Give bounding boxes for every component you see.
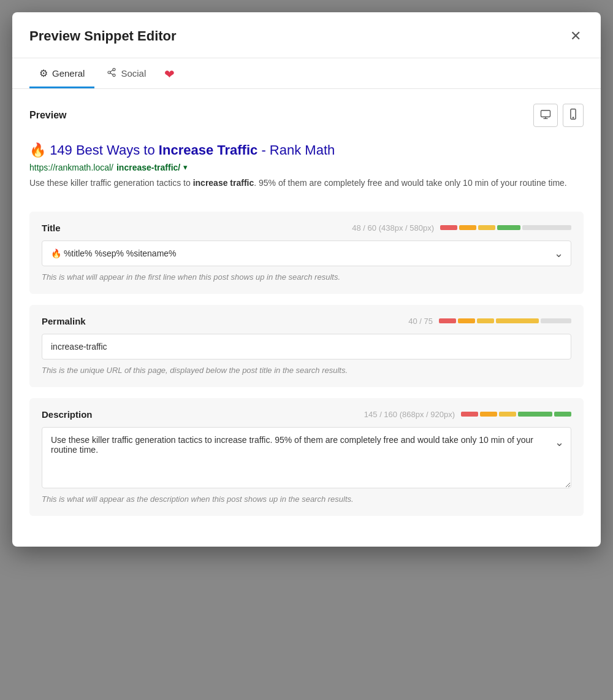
description-field-counter: 145 / 160 (868px / 920px) [364,410,455,419]
title-progress-seg3 [478,225,495,230]
title-field-meta: 48 / 60 (438px / 580px) [352,223,571,233]
tab-social-label: Social [121,68,146,79]
tab-general[interactable]: ⚙ General [29,59,94,88]
social-icon [107,67,116,80]
mobile-icon [569,111,577,121]
preview-url-bold: increase-traffic/ [116,163,180,172]
tab-general-label: General [52,68,85,79]
description-progress-seg2 [480,412,497,417]
desktop-icon [540,110,551,121]
preview-title-emoji: 🔥 [29,142,46,158]
desktop-view-button[interactable] [533,104,558,127]
title-input-wrapper: ⌄ [42,240,571,266]
title-progress-seg4 [497,225,520,230]
title-progress-seg1 [440,225,457,230]
description-textarea-wrapper: Use these killer traffic generation tact… [42,427,571,488]
preview-label: Preview [29,110,66,121]
heart-icon: ❤ [164,67,175,81]
description-field-label: Description [42,409,93,420]
permalink-field-meta: 40 / 75 [408,317,571,326]
permalink-input[interactable] [42,334,571,360]
permalink-progress-seg1 [439,318,456,323]
preview-url-arrow: ▾ [183,163,188,172]
description-progress-seg3 [499,412,516,417]
tab-social[interactable]: Social [97,59,156,89]
preview-url-base: https://rankmath.local/ [29,163,113,172]
mobile-view-button[interactable] [563,104,584,127]
description-field-meta: 145 / 160 (868px / 920px) [364,410,571,419]
description-progress-seg5 [554,412,571,417]
preview-box: 🔥 149 Best Ways to Increase Traffic - Ra… [29,137,584,194]
title-progress-bar [440,225,571,230]
modal-title: Preview Snippet Editor [29,28,177,44]
close-icon: ✕ [570,28,581,44]
title-field-hint: This is what will appear in the first li… [42,272,571,282]
permalink-progress-bar [439,318,571,323]
description-textarea[interactable]: Use these killer traffic generation tact… [42,427,571,488]
preview-url: https://rankmath.local/increase-traffic/… [29,163,584,172]
description-field-header: Description 145 / 160 (868px / 920px) [42,409,571,420]
title-progress-seg5 [522,225,571,230]
svg-line-4 [110,70,113,72]
title-field-counter: 48 / 60 (438px / 580px) [352,223,434,233]
modal-body: Preview [12,89,601,547]
preview-title: 🔥 149 Best Ways to Increase Traffic - Ra… [29,142,584,160]
preview-title-suffix: - Rank Math [261,142,335,158]
tab-bar: ⚙ General Social ❤ [12,58,601,89]
description-progress-bar [461,412,571,417]
description-progress-seg1 [461,412,478,417]
permalink-field-label: Permalink [42,316,86,326]
permalink-field-section: Permalink 40 / 75 This is the unique URL… [29,305,584,387]
preview-snippet-editor-modal: Preview Snippet Editor ✕ ⚙ General Socia… [12,12,601,547]
permalink-progress-seg5 [541,318,571,323]
title-field-header: Title 48 / 60 (438px / 580px) [42,223,571,233]
preview-description: Use these killer traffic generation tact… [29,176,584,190]
title-input[interactable] [42,241,571,266]
svg-point-9 [573,117,573,118]
preview-section: Preview [29,104,584,194]
permalink-field-header: Permalink 40 / 75 [42,316,571,326]
description-field-section: Description 145 / 160 (868px / 920px) Us… [29,398,584,516]
permalink-progress-seg3 [477,318,494,323]
title-progress-seg2 [459,225,476,230]
modal-header: Preview Snippet Editor ✕ [12,12,601,58]
preview-title-bold: Increase Traffic [159,142,257,158]
title-field-section: Title 48 / 60 (438px / 580px) ⌄ This is … [29,212,584,294]
permalink-progress-seg2 [458,318,475,323]
permalink-field-hint: This is the unique URL of this page, dis… [42,366,571,375]
svg-line-3 [110,73,113,75]
tab-heart[interactable]: ❤ [158,58,181,89]
permalink-progress-seg4 [496,318,539,323]
description-progress-seg4 [518,412,552,417]
title-field-label: Title [42,223,61,233]
permalink-field-counter: 40 / 75 [408,317,433,326]
description-field-hint: This is what will appear as the descript… [42,494,571,504]
gear-icon: ⚙ [39,67,48,79]
preview-header: Preview [29,104,584,127]
close-button[interactable]: ✕ [568,27,584,45]
view-toggles [533,104,584,127]
svg-rect-5 [541,110,550,117]
preview-title-text: 149 Best Ways to [50,142,159,158]
